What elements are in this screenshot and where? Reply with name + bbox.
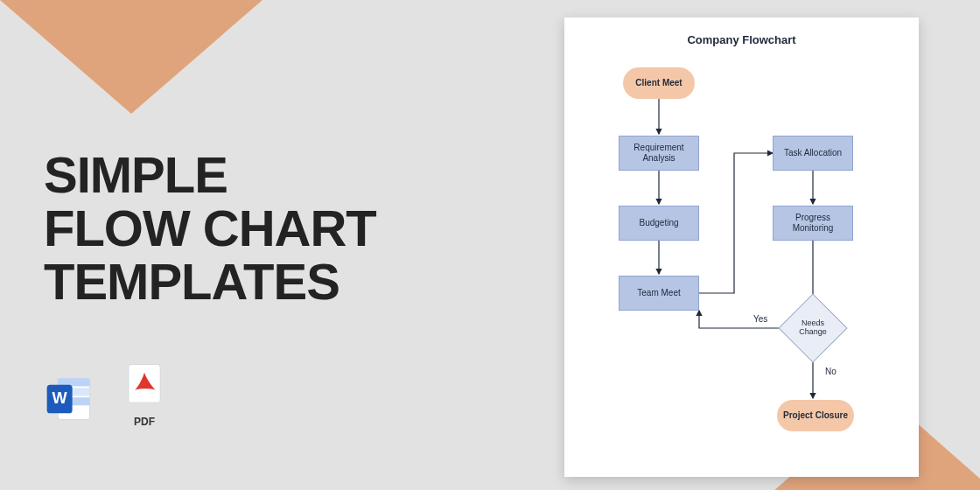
flowchart-arrows [582,50,901,452]
format-icons: W PDF [44,361,499,428]
flowchart-canvas: Client Meet Requirement Analysis Budgeti… [582,50,901,452]
node-project-closure: Project Closure [777,400,854,431]
headline-line2: FLOW CHART [44,202,499,256]
flowchart-page: Company Flowchart Client M [564,18,919,477]
svg-text:W: W [52,389,68,407]
node-progress-monitoring: Progress Monitoring [773,206,853,241]
node-requirement-analysis: Requirement Analysis [619,136,699,171]
label-no: No [825,367,836,376]
pdf-label: PDF [134,416,155,428]
headline-line3: TEMPLATES [44,256,499,309]
decision-label: Needs Change [788,304,837,353]
word-icon: W [44,374,94,424]
flowchart-title: Company Flowchart [582,33,901,46]
pdf-format: PDF [119,361,170,428]
svg-point-7 [140,380,148,388]
node-budgeting: Budgeting [619,206,699,241]
triangle-top-left [0,0,262,114]
headline-line1: SIMPLE [44,149,499,202]
node-team-meet: Team Meet [619,276,699,311]
node-needs-change: Needs Change [788,304,837,353]
node-client-meet: Client Meet [623,67,695,99]
word-format: W [44,374,94,428]
node-task-allocation: Task Allocation [773,136,853,171]
headline: SIMPLE FLOW CHART TEMPLATES [44,149,499,309]
left-panel: SIMPLE FLOW CHART TEMPLATES W PDF [44,149,499,428]
pdf-icon [119,361,170,412]
label-yes: Yes [753,314,767,324]
